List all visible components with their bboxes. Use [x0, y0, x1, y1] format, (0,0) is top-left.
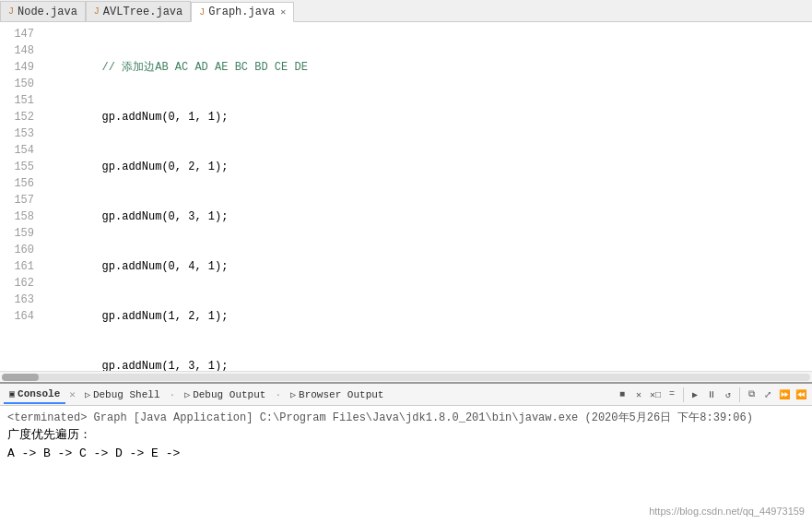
- debug-output-label: Debug Output: [193, 389, 265, 400]
- tab-separator-1: ✕: [69, 388, 76, 400]
- run-button[interactable]: ▶: [688, 387, 702, 402]
- tab-separator-2: ·: [170, 389, 176, 400]
- console-icon: ▣: [9, 388, 15, 399]
- tab-label-3: Graph.java: [208, 6, 275, 18]
- tab-avltree-java[interactable]: J AVLTree.java: [86, 1, 191, 21]
- line-numbers: 147 148 149 150 151 152 153 154 155 156 …: [0, 22, 41, 371]
- console-output-line-2: A -> B -> C -> D -> E ->: [7, 445, 805, 463]
- tab-bar: J Node.java J AVLTree.java J Graph.java …: [0, 0, 812, 22]
- code-line-149: gp.addNum(0, 2, 1);: [49, 159, 805, 175]
- console-tab-label: Console: [18, 388, 60, 399]
- code-line-152: gp.addNum(1, 2, 1);: [49, 308, 805, 325]
- code-line-148: gp.addNum(0, 1, 1);: [49, 109, 805, 125]
- next-page-button[interactable]: ⏩: [777, 387, 792, 402]
- tab-node-java[interactable]: J Node.java: [0, 1, 86, 21]
- pause-button[interactable]: ⏸: [704, 387, 719, 402]
- close-button[interactable]: ✕: [631, 387, 646, 402]
- scrollbar-thumb[interactable]: [2, 374, 39, 381]
- tab-label-2: AVLTree.java: [103, 6, 182, 18]
- console-tabs: ▣ Console ✕ ▷ Debug Shell · ▷ Debug Outp…: [4, 386, 389, 404]
- copy-button[interactable]: ⧉: [744, 387, 759, 402]
- code-line-147: // 添加边AB AC AD AE BC BD CE DE: [49, 59, 805, 76]
- restart-button[interactable]: ↺: [721, 387, 736, 402]
- console-panel: ▣ Console ✕ ▷ Debug Shell · ▷ Debug Outp…: [0, 382, 812, 524]
- debug-output-icon: ▷: [184, 389, 190, 400]
- debug-shell-label: Debug Shell: [93, 389, 160, 400]
- clear-button[interactable]: ✕□: [648, 387, 663, 402]
- expand-button[interactable]: ⤢: [760, 387, 775, 402]
- console-tab-bar: ▣ Console ✕ ▷ Debug Shell · ▷ Debug Outp…: [0, 384, 812, 406]
- tab-close-icon[interactable]: ✕: [280, 6, 286, 18]
- main-container: J Node.java J AVLTree.java J Graph.java …: [0, 0, 812, 524]
- prev-page-button[interactable]: ⏪: [794, 387, 808, 402]
- console-tab-console[interactable]: ▣ Console: [4, 386, 65, 404]
- code-line-150: gp.addNum(0, 3, 1);: [49, 208, 805, 225]
- java-file-icon-1: J: [8, 6, 14, 17]
- watermark: https://blog.csdn.net/qq_44973159: [649, 506, 805, 517]
- browser-output-icon: ▷: [290, 389, 296, 400]
- scrollbar-track[interactable]: [2, 374, 810, 381]
- tab-graph-java[interactable]: J Graph.java ✕: [191, 2, 294, 22]
- code-area: 147 148 149 150 151 152 153 154 155 156 …: [0, 22, 812, 382]
- code-line-151: gp.addNum(0, 4, 1);: [49, 258, 805, 275]
- debug-shell-icon: ▷: [85, 389, 90, 400]
- console-toolbar: ■ ✕ ✕□ = ▶ ⏸ ↺ ⧉ ⤢ ⏩ ⏪: [615, 387, 808, 402]
- stop-button[interactable]: ■: [615, 387, 630, 402]
- toolbar-divider-2: [739, 387, 740, 402]
- java-file-icon-3: J: [199, 7, 205, 18]
- tab-label-1: Node.java: [18, 6, 77, 18]
- console-tab-debug-shell[interactable]: ▷ Debug Shell: [79, 386, 166, 404]
- code-lines[interactable]: // 添加边AB AC AD AE BC BD CE DE gp.addNum(…: [41, 22, 812, 371]
- horizontal-scrollbar[interactable]: [0, 371, 812, 382]
- console-tab-browser-output[interactable]: ▷ Browser Output: [285, 386, 389, 404]
- pin-button[interactable]: =: [665, 387, 679, 402]
- tab-separator-3: ·: [275, 389, 281, 400]
- code-line-153: gp.addNum(1, 3, 1);: [49, 358, 805, 371]
- console-tab-debug-output[interactable]: ▷ Debug Output: [179, 386, 271, 404]
- terminated-text: <terminated> Graph [Java Application] C:…: [7, 410, 805, 426]
- console-content: <terminated> Graph [Java Application] C:…: [0, 406, 812, 467]
- browser-output-label: Browser Output: [299, 389, 383, 400]
- console-output-line-1: 广度优先遍历：: [7, 426, 805, 445]
- java-file-icon-2: J: [94, 6, 100, 17]
- code-content: 147 148 149 150 151 152 153 154 155 156 …: [0, 22, 812, 371]
- toolbar-divider: [683, 387, 684, 402]
